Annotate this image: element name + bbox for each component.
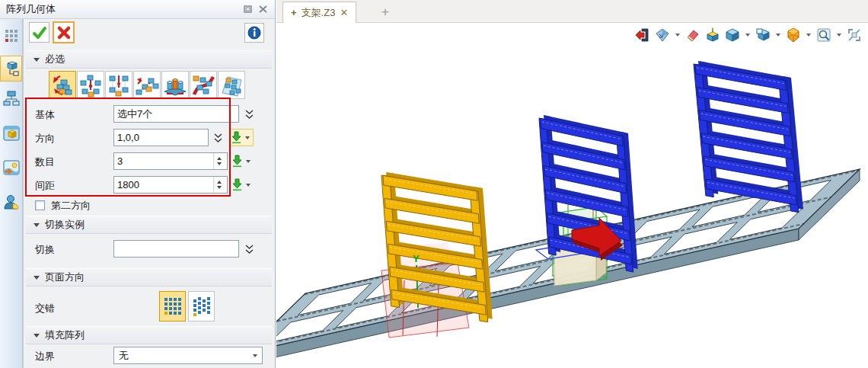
- user-icon[interactable]: [2, 193, 21, 211]
- info-button[interactable]: [244, 23, 264, 43]
- section-cube-dropdown-icon[interactable]: [776, 34, 780, 37]
- pick-dropdown-caret-icon[interactable]: [245, 136, 250, 139]
- y-axis-label: Y: [413, 253, 420, 264]
- ok-button[interactable]: [29, 22, 49, 43]
- base-expand-chevrons-icon[interactable]: [243, 105, 256, 123]
- maximize-view-icon[interactable]: [845, 26, 863, 44]
- stagger-field-label: 交错: [35, 302, 55, 315]
- render-sphere-icon[interactable]: [784, 26, 803, 44]
- datum-pin-icon[interactable]: [704, 26, 722, 44]
- toggle-input[interactable]: [117, 243, 235, 254]
- spacing-field-label: 间距: [35, 179, 55, 193]
- pick-dropdown-caret-icon[interactable]: [246, 184, 251, 187]
- document-tab[interactable]: + 支架.Z3 ✕: [282, 2, 356, 23]
- cancel-button[interactable]: [53, 21, 75, 43]
- toggle-input-wrap: [113, 240, 239, 258]
- 3d-viewport-scene[interactable]: Y: [276, 23, 868, 368]
- point-pattern-icon: [135, 73, 159, 98]
- grid-staggered-button[interactable]: [188, 291, 215, 322]
- section-required[interactable]: 必选: [26, 50, 272, 69]
- shaded-cube-icon[interactable]: [723, 26, 742, 44]
- spacing-pick-button[interactable]: [231, 176, 255, 194]
- tab-close-icon[interactable]: ✕: [340, 7, 348, 18]
- pattern-at-face-icon: [163, 73, 187, 98]
- spacing-input-wrap: [113, 176, 228, 194]
- polygon-pattern-button[interactable]: [105, 71, 132, 99]
- count-field-label: 数目: [35, 155, 55, 169]
- cancel-cross-icon: [56, 25, 72, 40]
- section-toggle-instance[interactable]: 切换实例: [26, 216, 272, 234]
- shape-browser-icon[interactable]: [2, 59, 21, 78]
- face-pattern-button[interactable]: [218, 71, 245, 99]
- section-collapse-icon: [34, 276, 40, 280]
- viewport-toolbar: [633, 26, 863, 44]
- section-collapse-icon: [34, 223, 40, 227]
- pattern-grid-icon[interactable]: [2, 27, 21, 45]
- circular-pattern-button[interactable]: [77, 71, 104, 99]
- image-plane-icon[interactable]: [2, 158, 21, 177]
- point-pattern-button[interactable]: [133, 71, 161, 99]
- direction-expand-chevrons-icon[interactable]: [212, 129, 225, 146]
- view-orientation-icon[interactable]: [653, 26, 672, 44]
- assembly-tree-icon[interactable]: [2, 89, 21, 107]
- viewport-canvas[interactable]: Y: [276, 23, 868, 368]
- second-direction-label: 第二方向: [51, 199, 91, 213]
- boundary-select[interactable]: 无: [113, 347, 263, 364]
- section-page-direction-label: 页面方向: [45, 270, 85, 284]
- solid-view-icon[interactable]: [2, 124, 21, 142]
- direction-input[interactable]: [117, 132, 205, 143]
- section-fill-array-label: 填充阵列: [45, 328, 85, 342]
- section-cube-icon[interactable]: [754, 26, 772, 44]
- erase-icon[interactable]: [684, 26, 702, 44]
- app-root: 阵列几何体: [0, 0, 868, 368]
- shaded-cube-dropdown-icon[interactable]: [745, 34, 750, 37]
- panel-side-strip: [0, 19, 23, 368]
- green-pick-arrow-icon: [230, 131, 243, 144]
- spacing-spinner[interactable]: [213, 177, 224, 193]
- direction-pick-button[interactable]: [229, 129, 254, 146]
- direction-input-wrap: [113, 129, 209, 146]
- view-orientation-dropdown-icon[interactable]: [675, 34, 680, 37]
- restore-panel-icon[interactable]: [241, 4, 254, 14]
- grid-staggered-icon: [192, 296, 212, 316]
- panel-content: 必选: [23, 19, 275, 368]
- boundary-dropdown-caret-icon: [253, 354, 257, 357]
- linear-pattern-button[interactable]: [49, 71, 76, 99]
- close-panel-icon[interactable]: [257, 4, 269, 14]
- new-tab-button[interactable]: +: [381, 3, 389, 21]
- base-input-wrap: [113, 105, 239, 123]
- zoom-window-dropdown-icon[interactable]: [837, 34, 841, 37]
- section-toggle-instance-label: 切换实例: [45, 218, 85, 232]
- circular-pattern-icon: [78, 73, 103, 98]
- pick-dropdown-caret-icon[interactable]: [246, 160, 251, 163]
- pattern-at-face-button[interactable]: [161, 71, 189, 99]
- boundary-field-label: 边界: [35, 350, 55, 363]
- count-pick-button[interactable]: [231, 152, 255, 170]
- count-spinner[interactable]: [213, 153, 224, 169]
- spacing-input[interactable]: [117, 179, 213, 190]
- direction-field-label: 方向: [35, 132, 55, 146]
- second-direction-checkbox[interactable]: [35, 200, 45, 210]
- exit-icon[interactable]: [633, 26, 652, 44]
- section-page-direction[interactable]: 页面方向: [26, 268, 272, 286]
- face-pattern-icon: [219, 73, 244, 98]
- section-fill-array[interactable]: 填充阵列: [26, 326, 272, 344]
- green-pick-arrow-icon: [231, 178, 244, 191]
- section-collapse-icon: [34, 58, 40, 62]
- linear-pattern-icon: [50, 73, 75, 98]
- document-tabbar: + 支架.Z3 ✕ +: [276, 0, 868, 23]
- grid-aligned-button[interactable]: [159, 291, 186, 322]
- count-input-wrap: [113, 152, 228, 170]
- render-sphere-dropdown-icon[interactable]: [806, 34, 811, 37]
- grid-aligned-icon: [163, 296, 183, 316]
- toggle-expand-chevrons-icon[interactable]: [243, 240, 256, 258]
- green-pick-arrow-icon: [231, 155, 244, 168]
- zoom-window-icon[interactable]: [815, 26, 833, 44]
- tab-modified-icon: +: [291, 7, 297, 18]
- panel-title: 阵列几何体: [6, 2, 238, 16]
- curve-pattern-button[interactable]: [190, 71, 217, 99]
- boundary-select-value: 无: [119, 349, 129, 363]
- curve-pattern-icon: [191, 73, 215, 98]
- count-input[interactable]: [117, 155, 213, 167]
- base-input[interactable]: [117, 108, 235, 120]
